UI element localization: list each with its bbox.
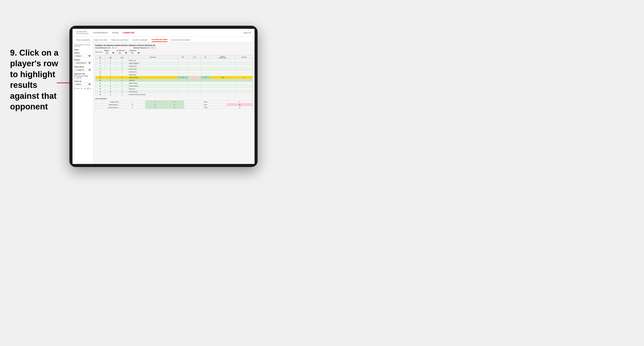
panel-title: Katelyn Vo Head-to-Head Grid for Women's… [95, 44, 253, 46]
out-of-division-cell: 0 [146, 103, 165, 106]
tab-team-summary[interactable]: TEAM SUMMARY [76, 39, 90, 42]
table-cell: 2 [105, 87, 116, 90]
main-table: #Div #Reg #Conf Opponent Win Loss Tie Di… [95, 55, 253, 96]
table-cell [188, 82, 201, 85]
table-cell: 0 [178, 76, 188, 79]
table-cell [210, 62, 235, 65]
table-cell: 10 [96, 70, 105, 73]
table-cell: 8 [105, 82, 116, 85]
table-row[interactable]: 341Esther Lee [96, 59, 253, 62]
col-opponent: Opponent [128, 55, 178, 59]
table-cell: 6 [96, 65, 105, 68]
table-cell [235, 85, 253, 87]
tab-team-h2h-grid[interactable]: TEAM H2H GRID [94, 39, 108, 42]
table-cell [210, 87, 235, 90]
nav-links: TOURNAMENTS TEAMS COMMITTEE [93, 32, 134, 34]
filter-row: Opponents: Region (All) Conference (All) [95, 50, 253, 54]
col-reg: #Reg [105, 55, 116, 59]
division-select[interactable]: NCAA Division III [74, 61, 92, 64]
sidebar: Last Updated: 27/03/2024 16:55:28 Player… [72, 42, 94, 164]
col-loss: Loss [188, 55, 201, 59]
out-of-division-cell: NAIA Division 1 [102, 103, 120, 106]
table-row[interactable]: 1063Andrea York [96, 70, 253, 73]
out-of-division-row[interactable]: NCAA Division 25007.40010 [96, 106, 253, 109]
sidebar-division: Division NCAA Division III [74, 59, 92, 64]
table-cell: 18 [96, 87, 105, 90]
gender-select[interactable]: Women's [74, 54, 92, 57]
region-select[interactable]: (All) [104, 51, 115, 54]
color-up [88, 87, 88, 90]
player-rank-label: Player (Rank) [74, 66, 92, 68]
overall-record: Overall Record: 353 - 34 - 6 [95, 47, 116, 49]
table-cell [210, 82, 235, 85]
tab-team-h2h-heatmap[interactable]: TEAM H2H HEATMAP [111, 39, 128, 42]
table-cell [178, 70, 188, 73]
table-row[interactable]: 1691Jessica Mason [96, 85, 253, 87]
table-cell [235, 90, 253, 93]
annotation-text: 9. Click on a player's row to highlight … [10, 47, 67, 112]
table-cell: 16 [96, 85, 105, 87]
table-cell [201, 59, 210, 62]
table-cell [188, 59, 201, 62]
table-cell: 2 [116, 62, 128, 65]
radio-opponents-played[interactable]: Opponents Played [74, 75, 92, 77]
table-cell: 2 [116, 87, 128, 90]
table-row[interactable]: 1311Jessica Huang010-3.002 [96, 76, 253, 79]
right-panel: Katelyn Vo Head-to-Head Grid for Women's… [94, 42, 254, 164]
opponent-view-label: Opponent view [74, 73, 92, 75]
table-row[interactable]: 113Haejo Hyun [96, 73, 253, 76]
radio-group: Opponents Played Top 100 [74, 75, 92, 79]
table-cell [210, 90, 235, 93]
table-row[interactable]: 19106Emily Chang [96, 90, 253, 93]
table-cell: 4 [116, 68, 128, 70]
table-cell: Jessica Huang [128, 76, 178, 79]
out-of-division-row[interactable]: Foreign Team1004.5002 [96, 101, 253, 103]
sub-nav: TEAM SUMMARY TEAM H2H GRID TEAM H2H HEAT… [72, 37, 254, 42]
table-cell [201, 87, 210, 90]
table-cell: 1 [116, 76, 128, 79]
table-cell [210, 79, 235, 82]
table-cell [210, 93, 235, 96]
table-cell: 11 [105, 93, 116, 96]
table-cell: Haejo Hyun [128, 73, 178, 76]
nav-teams[interactable]: TEAMS [112, 32, 119, 34]
table-row[interactable]: 613Sydney Kuo [96, 65, 253, 68]
radio-top100[interactable]: Top 100 [74, 77, 92, 79]
out-of-division-row[interactable]: NAIA Division 115009.26730 [96, 103, 253, 106]
table-cell [235, 87, 253, 90]
table-cell: Federica Domecq Lacroze [128, 93, 178, 96]
tab-player-h2h-grid[interactable]: PLAYER H2H GRID [152, 39, 168, 42]
table-cell: Emily Chang [128, 90, 178, 93]
table-cell [210, 68, 235, 70]
table-row[interactable]: 914Sharon Mun [96, 68, 253, 70]
gender-label: Gender [74, 52, 92, 54]
table-cell [235, 73, 253, 76]
col-tie: Tie [201, 55, 210, 59]
sidebar-player-section: Player [74, 49, 92, 50]
table-row[interactable]: 1822Euna Lee [96, 87, 253, 90]
table-row[interactable]: 1585Stella Chang [96, 82, 253, 85]
table-cell [178, 87, 188, 90]
nav-tournaments[interactable]: TOURNAMENTS [93, 32, 108, 34]
tab-player-h2h-heatmap[interactable]: PLAYER H2H HEATMAP [171, 39, 190, 42]
table-cell: 0 [201, 76, 210, 79]
player-rank-select[interactable]: 8. Katelyn Vo [74, 68, 92, 71]
tab-player-summary[interactable]: PLAYER SUMMARY [132, 39, 148, 42]
table-row[interactable]: 20117Federica Domecq Lacroze [96, 93, 253, 96]
table-cell: Jessica Mason [128, 85, 178, 87]
division-record: Division Record: 331 - 34 - 6 [134, 47, 156, 49]
table-cell [235, 70, 253, 73]
table-cell [188, 90, 201, 93]
opponent-select[interactable]: (All) [130, 51, 140, 54]
conference-select[interactable]: (All) [117, 51, 128, 54]
sign-out[interactable]: | Sign out [243, 32, 251, 34]
nav-committee[interactable]: COMMITTEE [123, 32, 134, 34]
table-cell: 7 [116, 93, 128, 96]
out-of-division-label: Out of division [95, 98, 253, 100]
table-row[interactable]: 522Alexis Sudjianto [96, 62, 253, 65]
out-of-division-cell: 0 [146, 106, 165, 109]
table-row[interactable]: 1474Eunice Yi [96, 79, 253, 82]
out-of-division-cell: 15 [120, 103, 146, 106]
table-cell [201, 73, 210, 76]
colour-by-select[interactable]: Win/loss [74, 83, 92, 86]
